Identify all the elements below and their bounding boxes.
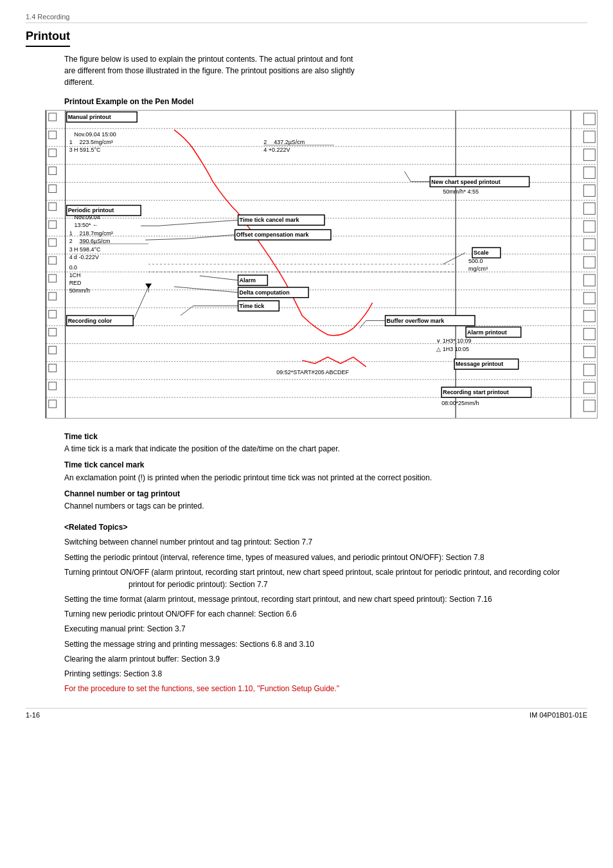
related-item-1: Setting the periodic printout (interval,… bbox=[64, 552, 587, 564]
svg-text:Nov.09.04: Nov.09.04 bbox=[75, 214, 100, 221]
svg-rect-27 bbox=[49, 221, 57, 228]
svg-rect-40 bbox=[583, 149, 595, 161]
svg-text:Alarm printout: Alarm printout bbox=[467, 329, 507, 336]
svg-rect-41 bbox=[583, 167, 595, 179]
svg-text:1: 1 bbox=[69, 139, 73, 145]
svg-text:2: 2 bbox=[263, 139, 267, 145]
printout-diagram: Manual printout Nov.09.04 15:00 1 223.5m… bbox=[45, 110, 598, 419]
svg-rect-39 bbox=[583, 131, 595, 143]
svg-text:2: 2 bbox=[69, 238, 73, 244]
svg-text:Manual printout: Manual printout bbox=[68, 114, 111, 120]
svg-text:Periodic printout: Periodic printout bbox=[68, 207, 114, 213]
def-text-cancel: An exclamation point (!) is printed when… bbox=[64, 473, 432, 482]
svg-rect-54 bbox=[583, 400, 595, 411]
svg-text:mg/cm³: mg/cm³ bbox=[468, 266, 488, 272]
svg-rect-43 bbox=[583, 203, 595, 214]
svg-text:Message printout: Message printout bbox=[456, 361, 503, 367]
footer: 1-16 IM 04P01B01-01E bbox=[26, 708, 587, 719]
page-title: Printout bbox=[26, 30, 70, 47]
related-item-8: Printing settings: Section 3.8 bbox=[64, 668, 587, 680]
svg-text:Buffer overflow mark: Buffer overflow mark bbox=[387, 318, 445, 324]
svg-rect-29 bbox=[49, 257, 57, 264]
svg-text:Delta computation: Delta computation bbox=[240, 289, 290, 296]
svg-text:50mm/h*  4:55: 50mm/h* 4:55 bbox=[443, 188, 479, 195]
related-item-4: Turning new periodic printout ON/OFF for… bbox=[64, 608, 587, 620]
related-item-7: Clearing the alarm printout buffer: Sect… bbox=[64, 653, 587, 665]
section-header: 1.4 Recording bbox=[26, 13, 587, 23]
svg-rect-33 bbox=[49, 329, 57, 336]
related-item-2: Turning printout ON/OFF (alarm printout,… bbox=[64, 566, 587, 591]
svg-text:∨ 1H3*  10:09: ∨ 1H3* 10:09 bbox=[436, 338, 471, 344]
svg-text:Alarm: Alarm bbox=[240, 277, 256, 284]
svg-text:Time tick: Time tick bbox=[240, 303, 265, 309]
svg-text:50mm/h: 50mm/h bbox=[69, 287, 90, 294]
def-text-channel: Channel numbers or tags can be printed. bbox=[64, 502, 204, 511]
svg-rect-23 bbox=[49, 149, 57, 157]
def-block-channel: Channel number or tag printout Channel n… bbox=[64, 488, 587, 512]
svg-text:437.2µS/cm: 437.2µS/cm bbox=[274, 139, 305, 145]
definitions: Time tick A time tick is a mark that ind… bbox=[64, 431, 587, 512]
def-block-cancel: Time tick cancel mark An exclamation poi… bbox=[64, 459, 587, 484]
svg-text:09:52*START#205  ABCDEF: 09:52*START#205 ABCDEF bbox=[276, 369, 349, 375]
figure-title: Printout Example on the Pen Model bbox=[64, 97, 587, 106]
related-item-6: Setting the message string and printing … bbox=[64, 638, 587, 651]
svg-rect-31 bbox=[49, 293, 57, 300]
svg-text:Nov.09.04  15:00: Nov.09.04 15:00 bbox=[75, 131, 116, 138]
svg-rect-44 bbox=[583, 221, 595, 232]
svg-text:Scale: Scale bbox=[474, 249, 488, 256]
svg-rect-25 bbox=[49, 185, 57, 193]
svg-rect-24 bbox=[49, 167, 57, 175]
related-item-5: Executing manual print: Section 3.7 bbox=[64, 623, 587, 635]
footer-page-number: 1-16 bbox=[26, 711, 40, 719]
def-term-cancel: Time tick cancel mark bbox=[64, 460, 145, 469]
svg-rect-32 bbox=[49, 311, 57, 318]
svg-text:0.0: 0.0 bbox=[69, 264, 77, 271]
def-text-time-tick: A time tick is a mark that indicate the … bbox=[64, 444, 340, 453]
svg-rect-21 bbox=[49, 113, 57, 121]
svg-rect-45 bbox=[583, 239, 595, 250]
svg-rect-50 bbox=[583, 329, 595, 340]
svg-text:1: 1 bbox=[69, 230, 73, 237]
svg-rect-47 bbox=[583, 275, 595, 286]
svg-text:Recording color: Recording color bbox=[68, 318, 112, 324]
def-term-channel: Channel number or tag printout bbox=[64, 489, 180, 498]
related-section: <Related Topics> Switching between chann… bbox=[64, 521, 587, 695]
svg-rect-46 bbox=[583, 257, 595, 268]
svg-text:△ 1H3   10:05: △ 1H3 10:05 bbox=[436, 346, 469, 352]
svg-text:390.6µS/cm: 390.6µS/cm bbox=[80, 238, 111, 244]
svg-rect-35 bbox=[49, 364, 57, 372]
svg-text:New chart speed printout: New chart speed printout bbox=[431, 179, 500, 185]
svg-rect-26 bbox=[49, 203, 57, 210]
svg-text:3    H   598.4°C: 3 H 598.4°C bbox=[69, 246, 101, 253]
svg-text:4   d   -0.222V: 4 d -0.222V bbox=[69, 254, 99, 260]
svg-text:RED: RED bbox=[69, 280, 82, 286]
svg-text:500.0: 500.0 bbox=[468, 258, 483, 264]
svg-rect-51 bbox=[583, 346, 595, 357]
svg-rect-22 bbox=[49, 131, 57, 139]
related-item-9: For the procedure to set the functions, … bbox=[64, 683, 587, 695]
chart-container: Manual printout Nov.09.04 15:00 1 223.5m… bbox=[45, 110, 587, 420]
svg-text:Offset compensation mark: Offset compensation mark bbox=[236, 231, 309, 238]
svg-rect-38 bbox=[583, 113, 595, 125]
svg-rect-36 bbox=[49, 382, 57, 390]
related-title: <Related Topics> bbox=[64, 521, 587, 534]
footer-doc-id: IM 04P01B01-01E bbox=[529, 711, 587, 719]
svg-rect-34 bbox=[49, 346, 57, 354]
related-item-3: Setting the time format (alarm printout,… bbox=[64, 593, 587, 606]
svg-text:Recording start printout: Recording start printout bbox=[443, 389, 508, 395]
svg-rect-49 bbox=[583, 311, 595, 322]
intro-text: The figure below is used to explain the … bbox=[64, 53, 587, 88]
svg-rect-30 bbox=[49, 275, 57, 282]
svg-text:1CH: 1CH bbox=[69, 272, 81, 278]
svg-text:3  H  591.5°C: 3 H 591.5°C bbox=[69, 147, 101, 153]
def-block-time-tick: Time tick A time tick is a mark that ind… bbox=[64, 431, 587, 455]
svg-text:218.7mg/cm³: 218.7mg/cm³ bbox=[80, 230, 113, 237]
svg-rect-28 bbox=[49, 239, 57, 246]
related-item-0: Switching between channel number printou… bbox=[64, 536, 587, 548]
svg-rect-37 bbox=[49, 400, 57, 408]
def-term-time-tick: Time tick bbox=[64, 432, 98, 441]
svg-rect-52 bbox=[583, 364, 595, 375]
svg-text:4   +0.222V: 4 +0.222V bbox=[263, 147, 290, 153]
svg-text:223.5mg/cm³: 223.5mg/cm³ bbox=[80, 139, 113, 145]
svg-text:Time tick cancel mark: Time tick cancel mark bbox=[240, 217, 299, 223]
